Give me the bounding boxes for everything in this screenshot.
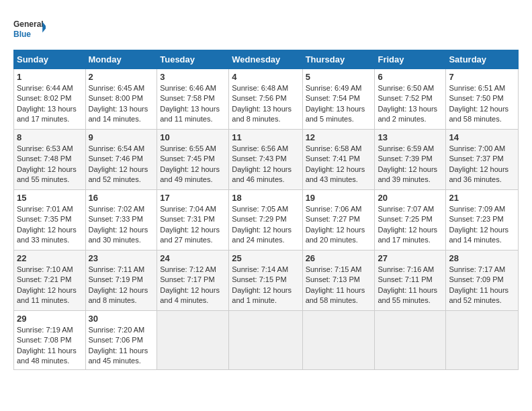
day-info: Sunrise: 7:12 AM Sunset: 7:17 PM Dayligh… [160, 265, 226, 306]
day-number: 25 [232, 253, 299, 263]
calendar-cell: 23Sunrise: 7:11 AM Sunset: 7:19 PM Dayli… [85, 250, 157, 311]
day-info: Sunrise: 6:51 AM Sunset: 7:50 PM Dayligh… [449, 83, 515, 125]
day-info: Sunrise: 7:00 AM Sunset: 7:37 PM Dayligh… [449, 144, 515, 185]
day-number: 17 [160, 193, 226, 203]
weekday-header: Saturday [446, 50, 519, 69]
calendar-cell: 18Sunrise: 7:05 AM Sunset: 7:29 PM Dayli… [229, 190, 302, 250]
calendar-cell: 21Sunrise: 7:09 AM Sunset: 7:23 PM Dayli… [446, 190, 519, 250]
calendar-cell: 29Sunrise: 7:19 AM Sunset: 7:08 PM Dayli… [14, 311, 86, 370]
day-number: 5 [306, 72, 372, 82]
calendar-cell: 22Sunrise: 7:10 AM Sunset: 7:21 PM Dayli… [14, 250, 86, 311]
day-info: Sunrise: 7:19 AM Sunset: 7:08 PM Dayligh… [17, 325, 83, 367]
calendar-cell: 3Sunrise: 6:46 AM Sunset: 7:58 PM Daylig… [157, 69, 229, 130]
calendar-cell: 27Sunrise: 7:16 AM Sunset: 7:11 PM Dayli… [375, 250, 446, 311]
day-number: 28 [449, 253, 515, 263]
calendar-cell: 5Sunrise: 6:49 AM Sunset: 7:54 PM Daylig… [302, 69, 375, 130]
day-info: Sunrise: 6:45 AM Sunset: 8:00 PM Dayligh… [89, 83, 154, 125]
day-number: 18 [232, 193, 299, 203]
day-info: Sunrise: 7:01 AM Sunset: 7:35 PM Dayligh… [17, 204, 83, 246]
logo: General Blue [13, 13, 46, 43]
day-info: Sunrise: 7:10 AM Sunset: 7:21 PM Dayligh… [17, 265, 83, 306]
day-info: Sunrise: 6:56 AM Sunset: 7:43 PM Dayligh… [232, 144, 299, 185]
day-info: Sunrise: 6:59 AM Sunset: 7:39 PM Dayligh… [378, 144, 443, 185]
day-info: Sunrise: 7:16 AM Sunset: 7:11 PM Dayligh… [378, 265, 443, 306]
day-info: Sunrise: 7:15 AM Sunset: 7:13 PM Dayligh… [306, 265, 372, 306]
page-header: General Blue [13, 13, 519, 43]
calendar-cell: 25Sunrise: 7:14 AM Sunset: 7:15 PM Dayli… [229, 250, 302, 311]
calendar-cell [375, 311, 446, 370]
calendar-cell: 13Sunrise: 6:59 AM Sunset: 7:39 PM Dayli… [375, 130, 446, 190]
day-number: 15 [17, 193, 83, 203]
calendar-cell: 11Sunrise: 6:56 AM Sunset: 7:43 PM Dayli… [229, 130, 302, 190]
calendar-cell: 30Sunrise: 7:20 AM Sunset: 7:06 PM Dayli… [85, 311, 157, 370]
day-number: 23 [89, 253, 154, 263]
calendar-cell: 24Sunrise: 7:12 AM Sunset: 7:17 PM Dayli… [157, 250, 229, 311]
day-number: 30 [89, 314, 154, 324]
logo-svg: General Blue [13, 13, 46, 43]
calendar-cell: 26Sunrise: 7:15 AM Sunset: 7:13 PM Dayli… [302, 250, 375, 311]
day-info: Sunrise: 6:44 AM Sunset: 8:02 PM Dayligh… [17, 83, 83, 125]
day-number: 6 [378, 72, 443, 82]
calendar-cell: 7Sunrise: 6:51 AM Sunset: 7:50 PM Daylig… [446, 69, 519, 130]
day-info: Sunrise: 6:46 AM Sunset: 7:58 PM Dayligh… [160, 83, 226, 125]
day-number: 2 [89, 72, 154, 82]
svg-text:General: General [13, 19, 44, 29]
calendar-cell: 17Sunrise: 7:04 AM Sunset: 7:31 PM Dayli… [157, 190, 229, 250]
day-number: 8 [17, 132, 83, 142]
calendar-row: 8Sunrise: 6:53 AM Sunset: 7:48 PM Daylig… [14, 130, 519, 190]
calendar-row: 22Sunrise: 7:10 AM Sunset: 7:21 PM Dayli… [14, 250, 519, 311]
day-number: 24 [160, 253, 226, 263]
calendar-cell: 9Sunrise: 6:54 AM Sunset: 7:46 PM Daylig… [85, 130, 157, 190]
day-number: 20 [378, 193, 443, 203]
day-info: Sunrise: 7:02 AM Sunset: 7:33 PM Dayligh… [89, 204, 154, 246]
calendar-cell: 1Sunrise: 6:44 AM Sunset: 8:02 PM Daylig… [14, 69, 86, 130]
day-number: 13 [378, 132, 443, 142]
day-info: Sunrise: 6:54 AM Sunset: 7:46 PM Dayligh… [89, 144, 154, 185]
day-info: Sunrise: 6:50 AM Sunset: 7:52 PM Dayligh… [378, 83, 443, 125]
day-info: Sunrise: 7:20 AM Sunset: 7:06 PM Dayligh… [89, 325, 154, 367]
calendar-table: SundayMondayTuesdayWednesdayThursdayFrid… [13, 50, 519, 370]
weekday-header: Sunday [14, 50, 86, 69]
calendar-cell [446, 311, 519, 370]
day-number: 11 [232, 132, 299, 142]
day-number: 4 [232, 72, 299, 82]
weekday-header: Monday [85, 50, 157, 69]
day-info: Sunrise: 7:05 AM Sunset: 7:29 PM Dayligh… [232, 204, 299, 246]
day-number: 3 [160, 72, 226, 82]
calendar-cell: 28Sunrise: 7:17 AM Sunset: 7:09 PM Dayli… [446, 250, 519, 311]
calendar-cell: 12Sunrise: 6:58 AM Sunset: 7:41 PM Dayli… [302, 130, 375, 190]
calendar-cell [302, 311, 375, 370]
day-number: 16 [89, 193, 154, 203]
weekday-header: Wednesday [229, 50, 302, 69]
weekday-header: Thursday [302, 50, 375, 69]
calendar-cell: 2Sunrise: 6:45 AM Sunset: 8:00 PM Daylig… [85, 69, 157, 130]
calendar-header-row: SundayMondayTuesdayWednesdayThursdayFrid… [14, 50, 519, 69]
calendar-cell: 4Sunrise: 6:48 AM Sunset: 7:56 PM Daylig… [229, 69, 302, 130]
calendar-cell [157, 311, 229, 370]
day-number: 7 [449, 72, 515, 82]
day-info: Sunrise: 7:04 AM Sunset: 7:31 PM Dayligh… [160, 204, 226, 246]
day-number: 27 [378, 253, 443, 263]
day-number: 26 [306, 253, 372, 263]
calendar-cell: 19Sunrise: 7:06 AM Sunset: 7:27 PM Dayli… [302, 190, 375, 250]
day-number: 19 [306, 193, 372, 203]
calendar-cell: 16Sunrise: 7:02 AM Sunset: 7:33 PM Dayli… [85, 190, 157, 250]
day-info: Sunrise: 6:53 AM Sunset: 7:48 PM Dayligh… [17, 144, 83, 185]
day-number: 12 [306, 132, 372, 142]
day-number: 21 [449, 193, 515, 203]
calendar-cell: 14Sunrise: 7:00 AM Sunset: 7:37 PM Dayli… [446, 130, 519, 190]
day-info: Sunrise: 7:07 AM Sunset: 7:25 PM Dayligh… [378, 204, 443, 246]
weekday-header: Friday [375, 50, 446, 69]
day-info: Sunrise: 6:58 AM Sunset: 7:41 PM Dayligh… [306, 144, 372, 185]
calendar-row: 1Sunrise: 6:44 AM Sunset: 8:02 PM Daylig… [14, 69, 519, 130]
day-info: Sunrise: 7:06 AM Sunset: 7:27 PM Dayligh… [306, 204, 372, 246]
day-number: 22 [17, 253, 83, 263]
day-info: Sunrise: 6:55 AM Sunset: 7:45 PM Dayligh… [160, 144, 226, 185]
weekday-header: Tuesday [157, 50, 229, 69]
calendar-cell: 20Sunrise: 7:07 AM Sunset: 7:25 PM Dayli… [375, 190, 446, 250]
calendar-row: 29Sunrise: 7:19 AM Sunset: 7:08 PM Dayli… [14, 311, 519, 370]
day-info: Sunrise: 7:14 AM Sunset: 7:15 PM Dayligh… [232, 265, 299, 306]
day-number: 1 [17, 72, 83, 82]
svg-text:Blue: Blue [13, 30, 31, 39]
calendar-cell: 8Sunrise: 6:53 AM Sunset: 7:48 PM Daylig… [14, 130, 86, 190]
